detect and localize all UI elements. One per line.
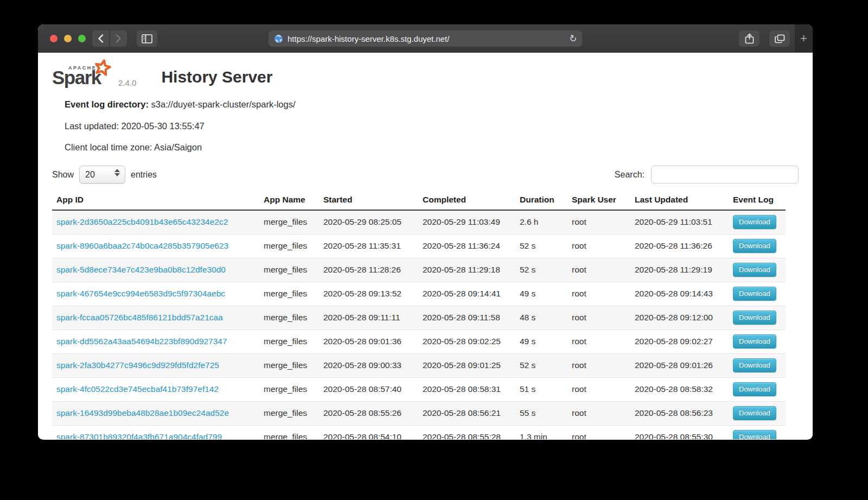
- refresh-icon[interactable]: ↻: [567, 33, 578, 45]
- column-header-app-name[interactable]: App Name: [259, 191, 319, 210]
- applications-table: App IDApp NameStartedCompletedDurationSp…: [52, 191, 786, 440]
- last-updated-cell: 2020-05-28 08:58:32: [630, 377, 729, 401]
- started-cell: 2020-05-28 09:01:36: [319, 330, 418, 353]
- entries-select[interactable]: 20: [79, 166, 125, 183]
- app-name-cell: merge_files: [259, 353, 319, 377]
- column-header-event-log[interactable]: Event Log: [729, 191, 786, 210]
- started-cell: 2020-05-28 08:57:40: [319, 377, 418, 401]
- app-id-link[interactable]: spark-8960a6baa2c74b0ca4285b357905e623: [56, 241, 228, 250]
- duration-cell: 48 s: [515, 306, 567, 330]
- completed-cell: 2020-05-28 08:58:31: [418, 377, 515, 401]
- share-button[interactable]: [739, 30, 760, 47]
- new-tab-button[interactable]: +: [795, 24, 813, 53]
- app-id-cell: spark-dd5562a43aa54694b223bf890d927347: [52, 330, 259, 353]
- chevron-left-icon: [98, 34, 104, 43]
- column-header-completed[interactable]: Completed: [418, 191, 515, 210]
- download-button[interactable]: Download: [733, 311, 776, 325]
- search-input[interactable]: [651, 166, 799, 183]
- completed-cell: 2020-05-28 09:11:58: [418, 306, 515, 330]
- show-tabs-button[interactable]: [769, 30, 790, 47]
- event-log-cell: Download: [729, 306, 786, 330]
- download-button[interactable]: Download: [733, 239, 776, 253]
- completed-cell: 2020-05-29 11:03:49: [418, 210, 515, 235]
- minimize-button[interactable]: [64, 35, 72, 42]
- completed-cell: 2020-05-28 09:14:41: [418, 282, 515, 306]
- app-id-link[interactable]: spark-2fa30b4277c9496c9d929fd5fd2fe725: [56, 360, 219, 370]
- column-header-spark-user[interactable]: Spark User: [567, 191, 630, 210]
- table-header-row: App IDApp NameStartedCompletedDurationSp…: [52, 191, 786, 210]
- completed-cell: 2020-05-28 09:02:25: [418, 330, 515, 353]
- column-header-last-updated[interactable]: Last Updated: [630, 191, 729, 210]
- app-id-cell: spark-fccaa05726bc485f86121bdd57a21caa: [52, 306, 259, 330]
- event-log-cell: Download: [729, 234, 786, 258]
- column-header-app-id[interactable]: App ID: [52, 191, 259, 210]
- forward-button[interactable]: [110, 30, 127, 47]
- started-cell: 2020-05-29 08:25:05: [319, 210, 418, 235]
- spark-user-cell: root: [567, 234, 630, 258]
- download-button[interactable]: Download: [733, 430, 776, 439]
- download-button[interactable]: Download: [733, 358, 776, 372]
- spark-user-cell: root: [567, 306, 630, 330]
- event-log-cell: Download: [729, 330, 786, 353]
- table-row: spark-16493d99beba48b28ae1b09ec24ad52eme…: [52, 401, 786, 425]
- download-button[interactable]: Download: [733, 334, 776, 349]
- site-globe-icon: [274, 34, 283, 43]
- app-id-link[interactable]: spark-467654e9cc994e6583d9c5f97304aebc: [56, 289, 225, 298]
- app-id-cell: spark-8960a6baa2c74b0ca4285b357905e623: [52, 234, 259, 258]
- sidebar-toggle-button[interactable]: [137, 30, 157, 47]
- last-updated-cell: 2020-05-28 11:29:19: [630, 258, 729, 282]
- event-log-directory-label: Event log directory:: [65, 99, 149, 109]
- app-name-cell: merge_files: [259, 282, 319, 306]
- table-controls: Show 20 entries Search:: [52, 164, 799, 186]
- download-button[interactable]: Download: [733, 406, 776, 420]
- duration-cell: 52 s: [515, 234, 567, 258]
- duration-cell: 52 s: [515, 258, 567, 282]
- column-header-duration[interactable]: Duration: [515, 191, 567, 210]
- completed-cell: 2020-05-28 09:01:25: [418, 353, 515, 377]
- spark-logo[interactable]: APACHE Spark: [52, 60, 113, 88]
- duration-cell: 55 s: [515, 401, 567, 425]
- table-row: spark-5d8ece734e7c423e9ba0b8c12dfe30d0me…: [52, 258, 786, 282]
- back-button[interactable]: [92, 30, 109, 47]
- share-icon: [745, 33, 754, 44]
- duration-cell: 49 s: [515, 282, 567, 306]
- event-log-cell: Download: [729, 282, 786, 306]
- download-button[interactable]: Download: [733, 382, 776, 396]
- app-id-link[interactable]: spark-2d3650a225cb4091b43e65c43234e2c2: [56, 217, 228, 226]
- table-row: spark-87301b89320f4a3fb671a904c4fad799me…: [52, 425, 786, 439]
- download-button[interactable]: Download: [733, 263, 776, 277]
- app-id-link[interactable]: spark-dd5562a43aa54694b223bf890d927347: [56, 337, 227, 346]
- last-updated-line: Last updated: 2020-05-30 13:55:47: [65, 121, 813, 131]
- app-name-cell: merge_files: [259, 210, 319, 235]
- app-id-link[interactable]: spark-5d8ece734e7c423e9ba0b8c12dfe30d0: [56, 265, 226, 274]
- app-id-link[interactable]: spark-87301b89320f4a3fb671a904c4fad799: [56, 432, 222, 439]
- download-button[interactable]: Download: [733, 215, 776, 229]
- spark-history-page: APACHE Spark 2.4.0 History Server Event …: [38, 53, 813, 439]
- app-id-cell: spark-2d3650a225cb4091b43e65c43234e2c2: [52, 210, 259, 235]
- app-id-link[interactable]: spark-4fc0522cd3e745ecbaf41b73f97ef142: [56, 384, 219, 394]
- chevron-right-icon: [116, 34, 122, 43]
- app-id-link[interactable]: spark-fccaa05726bc485f86121bdd57a21caa: [56, 313, 223, 322]
- download-button[interactable]: Download: [733, 287, 776, 301]
- browser-window: https://spark-history-server.k8s.stg.duy…: [38, 24, 813, 440]
- app-name-cell: merge_files: [259, 401, 319, 425]
- app-id-cell: spark-16493d99beba48b28ae1b09ec24ad52e: [52, 401, 259, 425]
- address-bar[interactable]: https://spark-history-server.k8s.stg.duy…: [269, 30, 582, 47]
- duration-cell: 49 s: [515, 330, 567, 353]
- spark-user-cell: root: [567, 377, 630, 401]
- zoom-button[interactable]: [78, 35, 86, 42]
- last-updated-cell: 2020-05-29 11:03:51: [630, 210, 729, 235]
- app-id-link[interactable]: spark-16493d99beba48b28ae1b09ec24ad52e: [56, 408, 229, 417]
- column-header-started[interactable]: Started: [319, 191, 418, 210]
- completed-cell: 2020-05-28 08:56:21: [418, 401, 515, 425]
- app-id-cell: spark-2fa30b4277c9496c9d929fd5fd2fe725: [52, 353, 259, 377]
- table-row: spark-8960a6baa2c74b0ca4285b357905e623me…: [52, 234, 786, 258]
- close-button[interactable]: [50, 35, 58, 42]
- spark-user-cell: root: [567, 258, 630, 282]
- event-log-cell: Download: [729, 377, 786, 401]
- spark-user-cell: root: [567, 425, 630, 439]
- duration-cell: 1.3 min: [515, 425, 567, 439]
- completed-cell: 2020-05-28 08:55:28: [418, 425, 515, 439]
- last-updated-cell: 2020-05-28 09:01:26: [630, 353, 729, 377]
- entries-label: entries: [131, 170, 157, 180]
